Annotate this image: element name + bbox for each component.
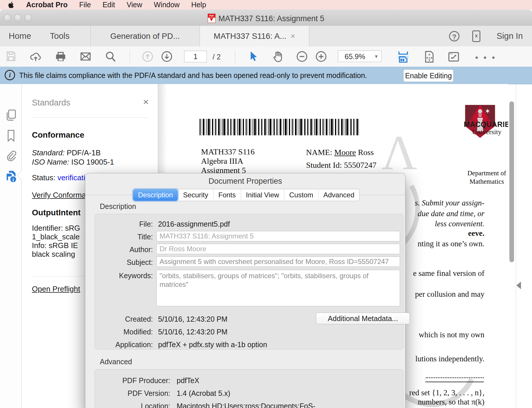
course-block: MATH337 S116 Algebra IIIA Assignment 5	[201, 147, 255, 175]
tab-initial-view[interactable]: Initial View	[241, 189, 284, 201]
doc-tab-math337[interactable]: MATH337 S116: A...×	[200, 26, 309, 46]
pdf-version-label: PDF Version:	[112, 389, 170, 398]
dialog-tab-strip: Description Security Fonts Initial View …	[133, 189, 360, 201]
menu-item-file[interactable]: File	[79, 1, 91, 9]
modified-value: 5/10/16, 12:43:20 PM	[158, 328, 227, 336]
dialog-title: Document Properties	[85, 177, 405, 186]
student-name-block: NAME: Moore Ross Student Id: 55507247	[306, 148, 377, 170]
attachments-icon[interactable]	[5, 150, 17, 163]
collapse-panel-icon[interactable]	[516, 282, 521, 289]
output-line: Identifier: sRG	[32, 224, 80, 233]
panel-title: Standards	[32, 98, 70, 108]
fit-width-icon[interactable]	[397, 50, 410, 63]
title-field[interactable]: MATH337 S116: Assignment 5	[156, 231, 400, 241]
sign-in-button[interactable]: Sign In	[497, 31, 523, 41]
advanced-group-box: PDF Producer: pdfTeX PDF Version: 1.4 (A…	[95, 369, 403, 408]
hand-tool-icon[interactable]	[272, 50, 284, 63]
standards-panel-icon[interactable]: i	[5, 170, 17, 183]
menu-item-acrobat-pro[interactable]: Acrobat Pro	[26, 1, 68, 9]
advanced-section-label: Advanced	[100, 358, 132, 366]
menu-item-edit[interactable]: Edit	[102, 1, 115, 9]
menu-item-view[interactable]: View	[126, 1, 142, 9]
tab-tools[interactable]: Tools	[50, 31, 70, 41]
page-total-label: / 2	[213, 53, 221, 61]
modified-label: Modified:	[112, 328, 153, 336]
department-label: Department of Mathematics	[452, 169, 508, 186]
menu-bar: Acrobat Pro File Edit View Window Help	[0, 0, 532, 10]
subject-field[interactable]: Assignment 5 with coversheet personalise…	[156, 256, 400, 267]
print-icon[interactable]	[55, 50, 67, 63]
keywords-field[interactable]: "orbits, stabilisers, groups of matrices…	[156, 270, 400, 306]
page-number-input[interactable]: 1	[184, 51, 207, 62]
info-icon: i	[5, 70, 15, 80]
next-page-icon[interactable]	[161, 50, 173, 63]
tab-close-icon[interactable]: ×	[291, 32, 295, 41]
save-icon[interactable]	[5, 50, 17, 62]
tab-fonts[interactable]: Fonts	[213, 189, 241, 201]
search-icon[interactable]	[104, 50, 117, 63]
email-icon[interactable]	[79, 50, 92, 63]
mobile-device-icon[interactable]: x	[472, 30, 480, 42]
doc-tab-generation[interactable]: Generation of PD...	[91, 26, 200, 46]
navigation-rail: i	[0, 84, 22, 408]
created-label: Created:	[112, 315, 153, 323]
description-group-box: File: 2016-assignment5.pdf Title: MATH33…	[95, 214, 403, 349]
page-text: e same final version of	[413, 269, 484, 278]
additional-metadata-button[interactable]: Additional Metadata...	[316, 313, 410, 324]
conformance-heading: Conformance	[32, 130, 84, 140]
page-text: less convenient.	[435, 219, 484, 228]
title-label: Title:	[112, 233, 153, 241]
keywords-label: Keywords:	[112, 272, 153, 280]
location-label: Location:	[112, 402, 170, 408]
page-thumbnails-icon[interactable]	[5, 109, 17, 122]
pdf-producer-label: PDF Producer:	[112, 376, 170, 385]
tab-custom[interactable]: Custom	[284, 189, 318, 201]
pdf-file-icon: PDF	[208, 14, 216, 23]
page-text: eeve.	[468, 229, 484, 238]
pdfa-notice-bar: i This file claims compliance with the P…	[0, 67, 532, 84]
zoom-in-icon[interactable]	[315, 50, 327, 63]
tab-separator	[309, 26, 309, 46]
page-text: s. Submit your assign-	[415, 198, 484, 207]
menu-item-help[interactable]: Help	[191, 1, 206, 9]
bookmarks-icon[interactable]	[5, 129, 17, 143]
tab-advanced[interactable]: Advanced	[318, 189, 359, 201]
file-value: 2016-assignment5.pdf	[158, 220, 230, 228]
enable-editing-button[interactable]: Enable Editing	[403, 69, 454, 82]
zoom-out-icon[interactable]	[296, 50, 308, 63]
output-line: black scaling	[32, 250, 75, 259]
panel-close-icon[interactable]: ×	[143, 96, 149, 108]
output-line: 1_black_scale	[32, 232, 80, 241]
output-intent-heading: OutputIntent	[32, 208, 81, 217]
cloud-upload-icon[interactable]	[30, 50, 42, 63]
more-tools-icon[interactable]: • • •	[475, 53, 496, 63]
apple-menu-icon[interactable]	[8, 1, 15, 9]
watermark-glyph: Λ	[381, 125, 417, 181]
fullscreen-icon[interactable]	[447, 50, 460, 63]
fit-page-icon[interactable]	[423, 50, 436, 63]
pdf-version-value: 1.4 (Acrobat 5.x)	[177, 389, 230, 398]
page-text: red set {1, 2, 3, . . . , n},	[409, 388, 484, 397]
window-title-bar: PDFMATH337 S116: Assignment 5	[0, 10, 532, 26]
tab-description[interactable]: Description	[133, 189, 178, 201]
tab-home[interactable]: Home	[9, 31, 31, 41]
author-label: Author:	[112, 245, 153, 254]
author-field[interactable]: Dr Ross Moore	[156, 244, 400, 254]
open-preflight-link[interactable]: Open Preflight	[32, 285, 80, 294]
iso-line: ISO Name: ISO 19005-1	[32, 158, 114, 167]
page-text: lutions independently.	[415, 354, 484, 363]
application-label: Application:	[101, 340, 153, 349]
coversheet-barcode	[200, 119, 360, 135]
previous-page-icon[interactable]	[142, 50, 154, 63]
menu-item-window[interactable]: Window	[154, 1, 180, 9]
tab-security[interactable]: Security	[178, 189, 213, 201]
created-value: 5/10/16, 12:43:20 PM	[158, 315, 227, 323]
subject-label: Subject:	[112, 258, 153, 267]
help-icon[interactable]: ?	[449, 31, 459, 41]
zoom-level-select[interactable]: 65.9%▾	[338, 50, 381, 62]
window-title: PDFMATH337 S116: Assignment 5	[0, 14, 532, 23]
signature-line	[425, 382, 484, 382]
output-line: Info: sRGB IE	[32, 241, 78, 250]
vertical-scrollbar-thumb[interactable]	[509, 101, 514, 262]
select-tool-icon[interactable]	[247, 50, 259, 63]
